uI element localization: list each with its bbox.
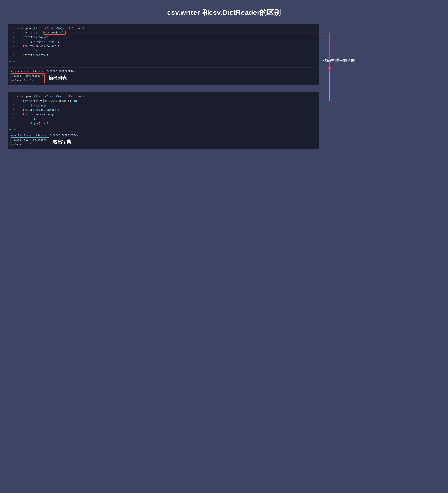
bot-line-num-6: 6 (9, 117, 14, 121)
line-num-5: 5 (9, 44, 14, 48)
bot-line-num-4: 4 (9, 108, 14, 112)
top-run-indicator (14, 61, 15, 62)
bottom-section-row: 1 with open (file, 'r',encoding='utf-8')… (8, 92, 440, 149)
code-text-5: for row in csv_target : (17, 44, 318, 48)
bot-code-text-1: with open (file, 'r',encoding='utf-8') a… (17, 94, 318, 99)
bot-run-bar: 0.5s (8, 128, 319, 132)
line-num-4: 4 (9, 40, 14, 44)
bot-output-row-2: <class 'csv.DictReader'> <class 'dict'> … (11, 137, 317, 147)
csv-reader-highlight: csv.reader(f) (44, 31, 66, 35)
bot-output-label: 输出字典 (53, 138, 71, 146)
page-title: csv.writer 和csv.DictReader的区别 (167, 8, 281, 17)
code-text-1: with open (file, 'r',encoding='utf-8') a… (17, 26, 318, 31)
bot-code-text-3: print(csv_target) (17, 103, 318, 108)
top-output-block: < _csv.reader object at 0x000001FC2E2CEF… (8, 67, 319, 85)
bot-run-time: 0.5s (12, 128, 16, 131)
bot-line-num-7: 7 (9, 121, 14, 125)
bot-code-text-4: print(type(csv_target)) (17, 108, 318, 112)
code-text-6: | row (17, 48, 318, 53)
csv-dictreader-highlight: csv.DictReader(f) (44, 99, 72, 103)
top-ellipsis-bar: ... (8, 63, 319, 67)
bot-line-num-5: 5 (9, 112, 14, 116)
bot-line-num-2: 2 (9, 99, 14, 103)
line-num-2: 2 (9, 31, 14, 35)
top-output-label: 输出列表 (49, 74, 66, 82)
bottom-code-block: 1 with open (file, 'r',encoding='utf-8')… (8, 92, 319, 128)
bot-code-line-7: 7 print(type(row)) (9, 121, 318, 126)
bot-output-line-1: <csv.DictReader object at 0x000001FC2E29… (11, 133, 317, 137)
bot-run-indicator (9, 129, 11, 130)
bot-code-text-7: print(type(row)) (17, 121, 318, 126)
top-output-line-1: < _csv.reader object at 0x000001FC2E2CEF… (11, 69, 317, 73)
play-button[interactable]: ▷ ∨ (9, 26, 13, 29)
code-line-6: 6 | row (9, 48, 318, 53)
bot-code-line-3: 3 print(csv_target) (9, 103, 318, 108)
code-line-3: 3 print(csv_target) (9, 35, 318, 40)
code-text-4: print(type(csv_target)) (17, 40, 318, 44)
bot-code-line-5: 5 for row in csv_target : (9, 112, 318, 117)
top-code-block: ▷ ∨ 1 with open (file, 'r',encoding='utf… (8, 24, 319, 59)
annotation-text: 代码中唯一的区别 (323, 58, 355, 63)
top-left-panel: ▷ ∨ 1 with open (file, 'r',encoding='utf… (8, 24, 319, 85)
top-output-line-3: <class 'list'> (12, 78, 43, 82)
bot-code-line-6: 6 | row (9, 117, 318, 121)
bot-line-num-1: 1 (9, 94, 14, 99)
main-content: ▷ ∨ 1 with open (file, 'r',encoding='utf… (8, 24, 440, 149)
bot-output-highlight-blue: <class 'csv.DictReader'> <class 'dict'> (11, 137, 49, 147)
code-text-3: print(csv_target) (17, 35, 318, 40)
line-num-3: 3 (9, 35, 14, 39)
bot-output-line-3: <class 'dict'> (12, 142, 48, 146)
bot-output-block: <csv.DictReader object at 0x000001FC2E29… (8, 132, 319, 149)
bot-code-text-5: for row in csv_target : (17, 112, 318, 117)
top-right-panel: 代码中唯一的区别 (319, 24, 440, 63)
top-output-highlight-red: <class '_csv.reader'> <class 'list'> (11, 73, 45, 83)
top-run-time: 0.4s (17, 60, 21, 62)
code-line-5: 5 for row in csv_target : (9, 44, 318, 48)
bot-output-line-2: <class 'csv.DictReader'> (12, 138, 48, 142)
top-output-line-2: <class '_csv.reader'> (12, 74, 43, 78)
code-line-2: 2 csv_target = csv.reader(f) (9, 31, 318, 35)
top-run-bar: [24] 0.4s (8, 59, 319, 63)
bot-code-text-6: | row (17, 117, 318, 121)
top-run-label: [24] (9, 60, 12, 62)
top-output-row-2: <class '_csv.reader'> <class 'list'> 输出列… (11, 73, 317, 83)
bot-code-text-2: csv_target = csv.DictReader(f) (17, 99, 318, 103)
line-num-7: 7 (9, 53, 14, 57)
bot-code-line-4: 4 print(type(csv_target)) (9, 108, 318, 112)
code-line-4: 4 print(type(csv_target)) (9, 40, 318, 44)
bot-code-line-2: 2 csv_target = csv.DictReader(f) (9, 99, 318, 103)
code-text-7: print(type(row)) (17, 53, 318, 57)
code-line-7: 7 print(type(row)) (9, 53, 318, 57)
bottom-left-panel: 1 with open (file, 'r',encoding='utf-8')… (8, 92, 319, 149)
code-text-2: csv_target = csv.reader(f) (17, 31, 318, 35)
code-line-1: 1 with open (file, 'r',encoding='utf-8')… (9, 26, 318, 31)
top-section-row: ▷ ∨ 1 with open (file, 'r',encoding='utf… (8, 24, 440, 85)
bot-line-num-3: 3 (9, 103, 14, 107)
line-num-6: 6 (9, 48, 14, 53)
bot-code-line-1: 1 with open (file, 'r',encoding='utf-8')… (9, 94, 318, 99)
